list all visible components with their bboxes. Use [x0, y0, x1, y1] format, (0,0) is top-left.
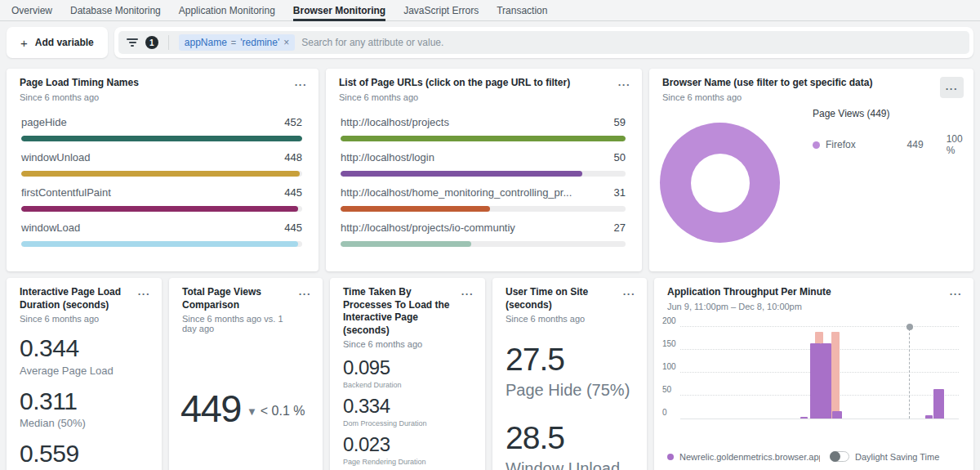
chart-bar[interactable] — [832, 411, 842, 419]
legend-series-value: 449 — [887, 139, 924, 150]
chart-bar[interactable] — [800, 417, 808, 419]
comparison-value: 449 — [180, 386, 241, 431]
card-menu-button[interactable]: ... — [136, 286, 152, 298]
metric-value: 0.334 — [343, 396, 472, 418]
bar-label: pageHide — [21, 116, 67, 128]
tab-browser-monitoring[interactable]: Browser Monitoring — [293, 0, 385, 21]
card-header: List of Page URLs (click on the page URL… — [326, 69, 642, 102]
bar-list-item[interactable]: firstContentfulPaint445 — [21, 186, 302, 212]
page-url-item[interactable]: http://localhost/projects59 — [341, 116, 626, 141]
page-url-item[interactable]: http://localhost/login50 — [341, 151, 626, 177]
card-menu-button[interactable]: ... — [460, 286, 475, 298]
plus-icon: + — [20, 36, 28, 50]
chart-bar[interactable] — [933, 389, 944, 419]
card-menu-button[interactable]: ... — [621, 286, 637, 298]
card-subtitle: Jun 9, 11:00pm – Dec 8, 10:00pm — [667, 302, 831, 311]
tab-transaction[interactable]: Transaction — [497, 0, 547, 21]
card-menu-button[interactable]: ... — [297, 286, 313, 298]
bar-list-item[interactable]: windowLoad445 — [21, 222, 302, 247]
throughput-plot: 050100150200 — [680, 327, 959, 419]
bar-value: 50 — [614, 151, 626, 163]
tab-javascript-errors[interactable]: JavaScript Errors — [403, 0, 479, 21]
bar-value: 31 — [614, 186, 626, 199]
y-axis-tick-label: 150 — [662, 339, 676, 348]
bar-list: pageHide452 windowUnload448 firstContent… — [7, 102, 318, 247]
card-subtitle: Since 6 months ago — [20, 92, 139, 102]
card-header: Browser Name (use filter to get specific… — [649, 69, 973, 102]
card-subtitle: Since 6 months ago — [662, 92, 872, 102]
donut-legend: Page Views (449) Firefox 449 100 % — [813, 108, 973, 156]
card-subtitle: Since 6 months ago vs. 1 day ago — [182, 314, 297, 333]
chip-remove-icon[interactable]: × — [283, 37, 289, 48]
search-input[interactable]: Search for any attribute or value. — [301, 37, 443, 48]
bar-list-item[interactable]: pageHide452 — [21, 116, 302, 141]
card-title: Total Page Views Comparison — [182, 286, 297, 311]
series-dot-icon — [667, 454, 674, 460]
add-variable-button[interactable]: + Add variable — [7, 27, 108, 58]
metric-value: 0.559 — [20, 440, 149, 468]
card-title: Browser Name (use filter to get specific… — [662, 77, 872, 90]
metric-average-page-load: 0.344 Average Page Load — [20, 334, 149, 377]
bar-track — [21, 136, 302, 141]
legend-series-name[interactable]: Newrelic.goldenmetrics.browser.applic... — [679, 452, 820, 462]
metric-list: 27.5 Page Hide (75%) 28.5 Window Unload … — [492, 324, 647, 470]
add-variable-label: Add variable — [35, 37, 94, 48]
y-axis-tick-label: 0 — [662, 408, 667, 417]
card-menu-button[interactable]: ... — [940, 77, 964, 98]
donut-legend-row-firefox[interactable]: Firefox 449 100 % — [813, 133, 973, 156]
tab-application-monitoring[interactable]: Application Monitoring — [179, 0, 275, 21]
bar-fill — [341, 136, 626, 141]
filter-chip-appname[interactable]: appName = 'redmine' × — [179, 34, 295, 51]
page-url-item[interactable]: http://localhost/projects/io-communtiy27 — [341, 222, 626, 247]
metric-page-hide: 27.5 Page Hide (75%) — [506, 342, 634, 400]
card-menu-button[interactable]: ... — [948, 286, 964, 298]
daylight-saving-toggle[interactable] — [830, 451, 849, 462]
metric-value: 28.5 — [506, 420, 634, 456]
tab-overview[interactable]: Overview — [11, 0, 52, 21]
chip-attribute: appName — [185, 37, 227, 48]
card-time-taken: Time Taken By Processes To Load the Inte… — [330, 278, 485, 470]
card-subtitle: Since 6 months ago — [506, 314, 621, 324]
filter-search-field[interactable]: 1 appName = 'redmine' × Search for any a… — [118, 31, 969, 54]
metric-value: 27.5 — [506, 342, 634, 378]
card-title: Interactive Page Load Duration (seconds) — [20, 286, 136, 311]
metric-list: 0.344 Average Page Load 0.311 Median (50… — [7, 324, 162, 470]
bar-fill — [21, 171, 300, 177]
metric-percentile: 0.559 Percentile (95%) — [20, 440, 149, 470]
card-page-urls: List of Page URLs (click on the page URL… — [326, 69, 642, 271]
card-menu-button[interactable]: ... — [617, 77, 632, 88]
metric-backend-duration: 0.095 Backend Duration — [343, 357, 472, 389]
bar-track — [341, 241, 626, 247]
bar-track — [341, 206, 626, 212]
card-title: User Time on Site (seconds) — [506, 286, 621, 311]
annotation-dashed-line[interactable] — [909, 329, 910, 419]
chart-bar[interactable] — [821, 343, 831, 419]
legend-series-percent: 100 % — [947, 133, 973, 156]
card-page-load-timing: Page Load Timing Names Since 6 months ag… — [7, 69, 318, 271]
chart-bar[interactable] — [831, 332, 840, 419]
bar-track — [21, 171, 302, 177]
chart-bar[interactable] — [925, 415, 933, 419]
card-subtitle: Since 6 months ago — [343, 339, 460, 349]
metric-list: 0.095 Backend Duration 0.334 Dom Process… — [330, 349, 485, 470]
bar-label: http://localhost/login — [341, 151, 434, 163]
bar-track — [341, 171, 626, 177]
card-subtitle: Since 6 months ago — [339, 92, 570, 102]
card-total-page-views: Total Page Views Comparison Since 6 mont… — [169, 278, 323, 470]
browser-donut-chart[interactable] — [660, 123, 780, 243]
card-title: Time Taken By Processes To Load the Inte… — [343, 286, 460, 337]
filter-search-bar: 1 appName = 'redmine' × Search for any a… — [114, 27, 973, 58]
bar-value: 452 — [284, 116, 302, 128]
metric-page-rendering-duration: 0.023 Page Rendering Duration — [343, 434, 472, 466]
bar-fill — [21, 136, 302, 141]
chart-bar[interactable] — [810, 343, 821, 419]
bar-value: 448 — [284, 151, 302, 163]
bar-track — [341, 136, 626, 141]
y-axis-tick-label: 50 — [662, 385, 671, 394]
bar-list-item[interactable]: windowUnload448 — [21, 151, 302, 177]
tab-database-monitoring[interactable]: Database Monitoring — [70, 0, 161, 21]
card-menu-button[interactable]: ... — [293, 77, 309, 88]
page-url-item[interactable]: http://localhost/home_monitoring_control… — [341, 186, 626, 212]
card-header: Total Page Views Comparison Since 6 mont… — [169, 278, 323, 333]
bar-value: 27 — [614, 222, 626, 234]
